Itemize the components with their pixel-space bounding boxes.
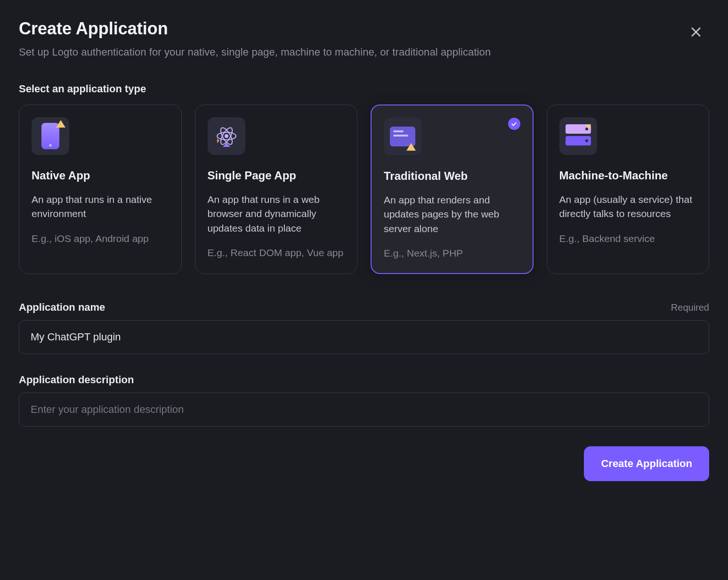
- card-description: An app (usually a service) that directly…: [559, 193, 697, 221]
- type-card-native-app[interactable]: Native App An app that runs in a native …: [19, 105, 182, 274]
- selected-check-badge: [508, 118, 520, 130]
- application-description-row: Application description: [19, 374, 709, 427]
- card-description: An app that renders and updates pages by…: [384, 193, 520, 236]
- application-description-input[interactable]: [19, 393, 709, 427]
- modal-subtitle: Set up Logto authentication for your nat…: [19, 46, 709, 58]
- create-application-modal: Create Application Set up Logto authenti…: [0, 0, 728, 500]
- application-type-grid: Native App An app that runs in a native …: [19, 105, 709, 274]
- card-example: E.g., iOS app, Android app: [32, 232, 169, 246]
- card-description: An app that runs in a web browser and dy…: [208, 193, 345, 235]
- spa-icon: [208, 117, 245, 155]
- traditional-web-icon: [384, 118, 421, 155]
- application-name-input[interactable]: [19, 320, 709, 354]
- card-description: An app that runs in a native environment: [32, 193, 169, 221]
- type-section-label: Select an application type: [19, 83, 709, 95]
- modal-title: Create Application: [19, 19, 709, 39]
- application-name-row: Application name Required: [19, 301, 709, 354]
- modal-footer: Create Application: [19, 446, 709, 481]
- card-title: Single Page App: [208, 169, 345, 182]
- native-app-icon: [32, 117, 69, 155]
- application-description-label: Application description: [19, 374, 134, 386]
- card-example: E.g., React DOM app, Vue app: [208, 246, 345, 260]
- m2m-icon: [559, 117, 597, 155]
- card-title: Traditional Web: [384, 169, 520, 183]
- type-card-single-page-app[interactable]: Single Page App An app that runs in a we…: [195, 105, 358, 274]
- card-title: Native App: [32, 169, 169, 182]
- check-icon: [510, 121, 518, 128]
- close-icon: [689, 25, 703, 39]
- svg-point-0: [225, 134, 228, 138]
- type-card-machine-to-machine[interactable]: Machine-to-Machine An app (usually a ser…: [547, 105, 710, 274]
- application-name-label: Application name: [19, 301, 105, 314]
- create-application-button[interactable]: Create Application: [584, 446, 709, 481]
- close-button[interactable]: [687, 23, 705, 41]
- type-card-traditional-web[interactable]: Traditional Web An app that renders and …: [371, 105, 534, 274]
- card-example: E.g., Next.js, PHP: [384, 246, 520, 260]
- card-title: Machine-to-Machine: [559, 169, 697, 182]
- card-example: E.g., Backend service: [559, 232, 697, 246]
- required-indicator: Required: [671, 302, 709, 313]
